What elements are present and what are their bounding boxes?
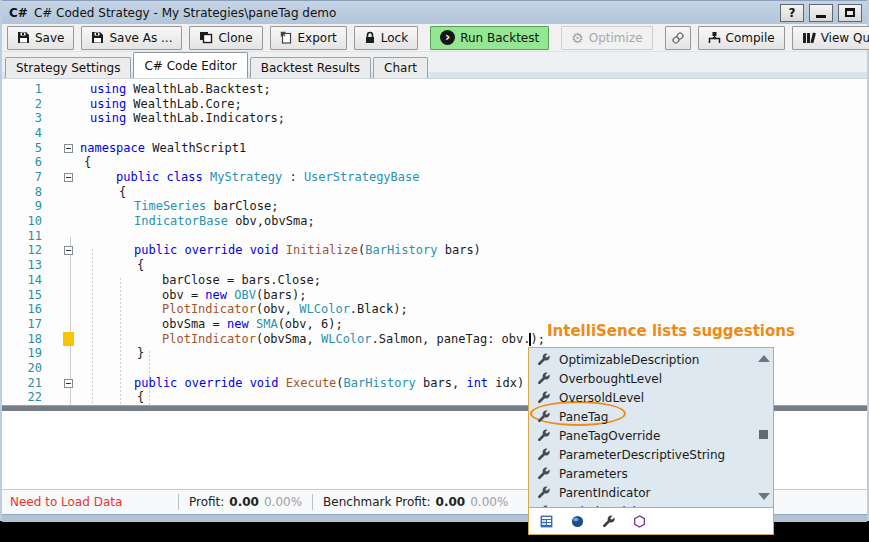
intellisense-item[interactable]: OptimizableDescription [529,350,753,369]
save-icon [17,31,30,44]
code-line[interactable]: 14barClose = bars.Close; [2,273,867,288]
intellisense-item-label: Parameters [559,467,628,481]
code-line[interactable]: 6{ [2,155,867,170]
fold-collapse-icon[interactable] [64,144,73,153]
intellisense-item[interactable]: OversoldLevel [529,388,753,407]
code-text: barClose = bars.Close; [162,273,321,287]
line-number: 1 [2,82,42,96]
line-number: 17 [2,317,42,331]
code-line[interactable]: 15obv = new OBV(bars); [2,288,867,303]
clone-icon [199,31,213,44]
tab-strategy-settings[interactable]: Strategy Settings [5,57,131,78]
tab-backtest-results[interactable]: Backtest Results [250,57,371,78]
save-button[interactable]: Save [7,26,74,50]
maximize-button[interactable] [838,4,862,22]
code-text: public override void Initialize(BarHisto… [134,243,481,257]
line-number: 6 [2,155,42,169]
intellisense-item[interactable]: ParameterDescriptiveString [529,445,753,464]
link-icon [671,31,685,45]
line-number: 21 [2,376,42,390]
lock-button[interactable]: Lock [354,26,418,50]
code-line[interactable]: 5namespace WealthScript1 [2,141,867,156]
intellisense-filter-bar [529,507,773,534]
fold-collapse-icon[interactable] [64,173,73,182]
profit-label: Profit: [189,495,224,509]
sphere-icon[interactable] [571,515,584,528]
code-text: obvSma = new SMA(obv, 6); [162,317,343,331]
code-text: public override void Execute(BarHistory … [134,376,524,390]
code-line[interactable]: 2using WealthLab.Core; [2,97,867,112]
lock-icon [364,31,376,44]
view-quickref-button[interactable]: View QuickRef [792,26,869,50]
line-number: 22 [2,390,42,404]
code-line[interactable]: 10IndicatorBase obv,obvSma; [2,214,867,229]
code-text: IndicatorBase obv,obvSma; [134,214,315,228]
optimize-button[interactable]: Optimize [561,26,652,50]
link-button[interactable] [665,26,691,50]
wrench-icon [537,467,550,480]
line-number: 8 [2,185,42,199]
hexagon-icon[interactable] [633,515,646,528]
line-number: 9 [2,199,42,213]
clone-button[interactable]: Clone [189,26,262,50]
code-text: using WealthLab.Indicators; [90,111,285,125]
intellisense-item[interactable]: PaneTagOverride [529,426,753,445]
save-as-button[interactable]: Save As ... [81,26,182,50]
fold-collapse-icon[interactable] [64,379,73,388]
line-number: 2 [2,97,42,111]
csharp-app-icon: C# [9,6,28,20]
line-number: 19 [2,346,42,360]
intellisense-item[interactable]: PaneTag [529,407,753,426]
tab-chart[interactable]: Chart [373,57,428,78]
line-number: 13 [2,258,42,272]
code-line[interactable]: 3using WealthLab.Indicators; [2,111,867,126]
code-line[interactable]: 7public class MyStrategy : UserStrategyB… [2,170,867,185]
tab-csharp-code-editor[interactable]: C# Code Editor [133,52,247,78]
intellisense-item-label: PaneTagOverride [559,429,660,443]
profit-percent: 0.00% [264,495,302,509]
code-line[interactable]: 13{ [2,258,867,273]
line-number: 5 [2,141,42,155]
intellisense-item[interactable]: PeekAheadFlag [529,502,753,507]
minimize-button[interactable] [809,4,833,22]
scroll-down-icon[interactable] [758,493,770,500]
code-text: { [137,258,144,272]
benchmark-profit-label: Benchmark Profit: [323,495,431,509]
wrench-icon[interactable] [602,515,615,528]
code-line[interactable]: 8{ [2,185,867,200]
help-button[interactable]: ? [780,4,804,22]
code-text: namespace WealthScript1 [80,141,246,155]
intellisense-item-label: OverboughtLevel [559,372,662,386]
wrench-icon [537,505,550,507]
compile-button[interactable]: Compile [698,26,785,50]
title-bar: C# C# Coded Strategy - My Strategies\pan… [2,0,867,24]
intellisense-scrollbar[interactable] [754,348,773,507]
export-button[interactable]: Export [270,26,347,50]
scroll-thumb[interactable] [759,430,768,439]
code-text: TimeSeries barClose; [134,199,279,213]
intellisense-item[interactable]: ParentIndicator [529,483,753,502]
line-number: 10 [2,214,42,228]
run-backtest-button[interactable]: Run Backtest [430,26,549,50]
code-line[interactable]: 1using WealthLab.Backtest; [2,82,867,97]
code-line[interactable]: 11 [2,229,867,244]
wrench-icon [537,372,550,385]
fold-collapse-icon[interactable] [64,246,73,255]
code-line[interactable]: 16PlotIndicator(obv, WLColor.Black); [2,302,867,317]
intellisense-item-label: PaneTag [559,410,608,424]
line-number: 18 [2,332,42,346]
code-line[interactable]: 12public override void Initialize(BarHis… [2,243,867,258]
grid-icon[interactable] [540,515,553,528]
intellisense-item[interactable]: OverboughtLevel [529,369,753,388]
profit-value: 0.00 [229,495,259,509]
benchmark-profit-percent: 0.00% [470,495,508,509]
intellisense-item-label: OversoldLevel [559,391,644,405]
maximize-icon [845,8,855,17]
benchmark-profit-value: 0.00 [436,495,466,509]
scroll-up-icon[interactable] [758,355,770,362]
export-icon [280,31,293,44]
code-line[interactable]: 9TimeSeries barClose; [2,199,867,214]
intellisense-item[interactable]: Parameters [529,464,753,483]
code-line[interactable]: 4 [2,126,867,141]
line-number: 12 [2,243,42,257]
